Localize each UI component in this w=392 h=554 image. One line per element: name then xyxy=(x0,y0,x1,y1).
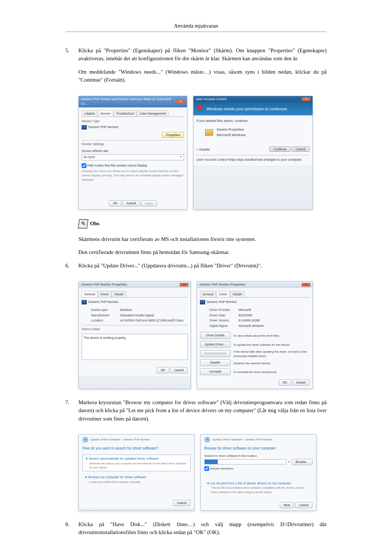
browse-button[interactable]: Browse... xyxy=(292,459,313,465)
dialog-title: Generic PnP Monitor and NVIDIA GeForce 6… xyxy=(81,97,176,107)
tab-driver[interactable]: Driver xyxy=(216,291,230,297)
close-icon[interactable]: ✕ xyxy=(176,100,185,103)
shield-icon xyxy=(197,105,204,112)
tab-troubleshoot[interactable]: Troubleshoot xyxy=(114,110,136,117)
device-status-label: Device status xyxy=(82,325,188,332)
monitor-name: Generic PnP Monitor xyxy=(88,300,118,304)
dialog-title: Generic PnP Monitor Properties xyxy=(81,282,127,287)
close-icon[interactable]: ✕ xyxy=(302,283,310,287)
step5-paragraph1: Klicka på "Properties" (Egenskaper) på f… xyxy=(78,46,327,63)
uninstall-button[interactable]: Uninstall xyxy=(200,368,230,375)
continue-button[interactable]: Continue xyxy=(269,147,290,152)
refresh-rate-label: Screen refresh rate: xyxy=(82,149,184,153)
hide-modes-label: Hide modes that this monitor cannot disp… xyxy=(87,164,147,167)
provider-label: Driver Provider: xyxy=(209,308,238,312)
manufacturer-value: (Standard monitor types) xyxy=(120,313,154,318)
uac-if-started: If you started this action, continue. xyxy=(196,118,310,123)
tab-color-management[interactable]: Color Management xyxy=(137,110,168,117)
update-driver-desc: To update the driver software for this d… xyxy=(233,343,310,347)
tab-general[interactable]: General xyxy=(200,291,216,297)
option-browse[interactable]: ➔ Browse my computer for driver software… xyxy=(82,473,191,485)
provider-value: Microsoft xyxy=(238,308,251,312)
breadcrumb: Update Driver Software - Generic PnP Mon… xyxy=(212,438,272,442)
back-icon[interactable]: ◄ xyxy=(82,437,88,443)
step8-text: Klicka på "Have Disk..." (Diskett finns…… xyxy=(78,520,327,537)
path-combobox[interactable] xyxy=(204,459,286,464)
hide-modes-checkbox[interactable] xyxy=(82,163,86,168)
chevron-down-icon[interactable]: ▾ xyxy=(196,148,198,152)
dialog-monitor-properties: Generic PnP Monitor and NVIDIA GeForce 6… xyxy=(78,96,187,210)
header-divider xyxy=(65,32,327,32)
date-label: Driver Date: xyxy=(209,313,238,318)
dialog-general-tab: Generic PnP Monitor Properties ✕ General… xyxy=(78,281,191,389)
breadcrumb: Update Driver Software - Generic PnP Mon… xyxy=(90,438,150,442)
uninstall-desc: To uninstall the driver (Advanced). xyxy=(233,370,310,374)
monitor-icon xyxy=(200,300,205,304)
monitor-name: Generic PnP Monitor xyxy=(207,300,237,304)
properties-button[interactable]: Properties xyxy=(162,132,184,138)
dialog-update2: ◄ Update Driver Software - Generic PnP M… xyxy=(200,434,317,511)
tab-monitor[interactable]: Monitor xyxy=(98,110,113,117)
chevron-down-icon[interactable]: ▼ xyxy=(288,460,290,464)
include-subfolders-checkbox[interactable] xyxy=(204,466,209,471)
ok-button[interactable]: OK xyxy=(109,200,121,206)
disable-desc: Disables the selected device. xyxy=(233,361,310,366)
next-button[interactable]: Next xyxy=(280,502,294,508)
option-auto-search[interactable]: ➔ Search automatically for updated drive… xyxy=(82,455,191,471)
driver-details-desc: To view details about the driver files. xyxy=(233,334,310,338)
back-icon[interactable]: ◄ xyxy=(204,437,210,443)
step-number: 6. xyxy=(65,262,78,275)
step6-text: Klicka på "Update Driver..." (Uppdatera … xyxy=(78,262,327,270)
arrow-icon: ➔ xyxy=(207,481,209,485)
tab-adapter[interactable]: Adapter xyxy=(82,110,98,117)
update2-heading: Browse for driver software on your compu… xyxy=(204,446,313,451)
page-header: Använda mjukvaran xyxy=(65,22,327,30)
close-icon[interactable]: ✕ xyxy=(302,97,310,101)
apply-button[interactable]: Apply xyxy=(141,200,156,206)
cancel-button[interactable]: Cancel xyxy=(173,500,191,506)
refresh-rate-select[interactable]: 60 Hertz▼ xyxy=(82,154,184,160)
cancel-button[interactable]: Cancel xyxy=(291,147,310,152)
dialog-uac: User Account Control ✕ Windows needs you… xyxy=(193,96,313,210)
cancel-button[interactable]: Cancel xyxy=(122,200,140,206)
rollback-button[interactable]: Roll Back Driver xyxy=(200,350,230,357)
update1-heading: How do you want to search for driver sof… xyxy=(82,446,191,451)
arrow-icon: ➔ xyxy=(85,475,87,479)
uac-title: User Account Control xyxy=(196,97,226,102)
tab-driver[interactable]: Driver xyxy=(98,291,111,297)
include-subfolders-label: Include subfolders xyxy=(210,467,233,470)
monitor-icon xyxy=(82,300,87,304)
note-icon: ✎ xyxy=(78,219,89,229)
tab-general[interactable]: General xyxy=(82,291,98,297)
ok-button[interactable]: OK xyxy=(157,367,169,373)
close-icon[interactable]: ✕ xyxy=(180,283,188,287)
disable-button[interactable]: Disable xyxy=(200,359,230,366)
note-label: Obs xyxy=(90,219,99,228)
tab-details[interactable]: Details xyxy=(230,291,245,297)
uac-footer: User Account Control helps stop unauthor… xyxy=(196,155,310,163)
step-number: 7. xyxy=(65,398,78,428)
step-6: 6. Klicka på "Update Driver..." (Uppdate… xyxy=(65,262,327,275)
uac-publisher: Microsoft Windows xyxy=(217,132,246,138)
location-label: Location: xyxy=(91,318,120,323)
version-label: Driver Version: xyxy=(209,318,238,323)
driver-details-button[interactable]: Driver Details xyxy=(200,332,230,339)
chevron-down-icon: ▼ xyxy=(180,155,182,160)
monitor-settings-label: Monitor Settings xyxy=(82,140,184,147)
device-type-value: Monitors xyxy=(120,308,132,312)
uac-program: Device Properties xyxy=(217,127,246,132)
ok-button[interactable]: OK xyxy=(279,379,291,386)
cancel-button[interactable]: Cancel xyxy=(295,502,313,508)
option-pick-list[interactable]: ➔ Let me pick from a list of device driv… xyxy=(204,480,313,496)
details-toggle[interactable]: Details xyxy=(199,147,210,152)
step7-text: Markera kryssrutan "Browse my computer f… xyxy=(78,398,327,423)
update-driver-button[interactable]: Update Driver... xyxy=(200,341,230,348)
monitor-icon xyxy=(82,125,87,130)
device-type-label: Device type: xyxy=(91,308,120,312)
rollback-desc: If the device fails after updating the d… xyxy=(233,350,310,358)
tab-details[interactable]: Details xyxy=(112,291,126,297)
cancel-button[interactable]: Cancel xyxy=(292,379,310,386)
cancel-button[interactable]: Cancel xyxy=(170,367,188,373)
step-5: 5. Klicka på "Properties" (Egenskaper) p… xyxy=(65,46,327,89)
step-number: 8. xyxy=(65,520,78,542)
